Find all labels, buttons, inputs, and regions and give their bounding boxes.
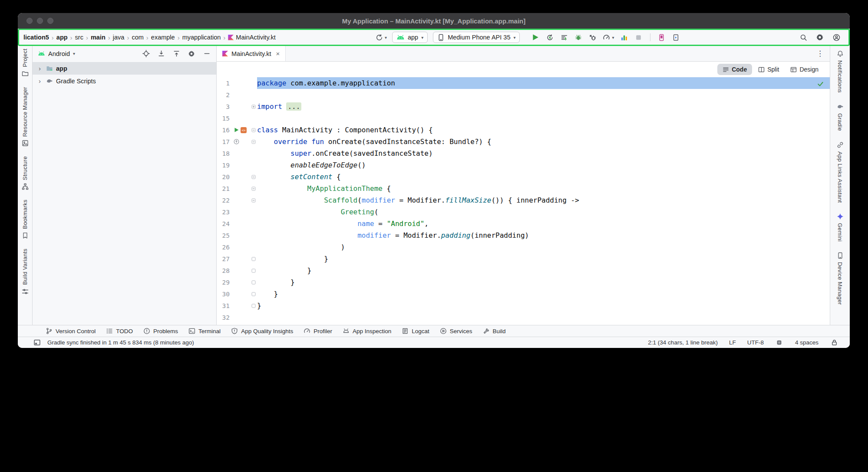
expand-chevron-icon[interactable]: ›: [39, 77, 43, 85]
profiler-low-overhead-icon[interactable]: [620, 33, 629, 42]
fold-marker[interactable]: [250, 269, 257, 273]
fold-marker[interactable]: [250, 140, 257, 144]
apply-changes-icon[interactable]: [545, 33, 554, 42]
tab-options-kebab-icon[interactable]: ⋮: [810, 49, 830, 58]
fold-marker[interactable]: [250, 280, 257, 285]
run-configuration-select[interactable]: app ▾: [392, 32, 428, 43]
tool-button-notifications[interactable]: Notifications: [837, 50, 844, 93]
breadcrumb-item-lication5[interactable]: lication5: [23, 34, 49, 41]
file-encoding[interactable]: UTF-8: [747, 339, 764, 346]
code-line-21[interactable]: 21 MyApplicationTheme {: [217, 183, 830, 194]
code-line-25[interactable]: 25 modifier = Modifier.padding(innerPadd…: [217, 229, 830, 241]
fold-end-icon[interactable]: [251, 269, 256, 273]
code-area[interactable]: 1package com.example.myapplication23impo…: [217, 77, 830, 323]
breadcrumb-item-myapplication[interactable]: myapplication: [182, 34, 221, 41]
fold-end-icon[interactable]: [251, 280, 256, 285]
breadcrumb-item-java[interactable]: java: [113, 34, 125, 41]
settings-gear-icon[interactable]: [815, 33, 824, 42]
tool-button-resource-manager[interactable]: Resource Manager: [22, 87, 29, 147]
fold-expand-icon[interactable]: [251, 105, 256, 109]
view-mode-split[interactable]: Split: [753, 64, 784, 75]
code-line-19[interactable]: 19 enableEdgeToEdge(): [217, 159, 830, 171]
minimize-window-button[interactable]: [37, 18, 43, 24]
code-line-28[interactable]: 28 }: [217, 265, 830, 276]
code-line-27[interactable]: 27 }: [217, 253, 830, 265]
tool-window-button-profiler[interactable]: Profiler: [304, 328, 332, 334]
tool-window-button-app-quality-insights[interactable]: App Quality Insights: [231, 328, 293, 334]
breadcrumb-item-example[interactable]: example: [151, 34, 175, 41]
code-line-15[interactable]: 15: [217, 112, 830, 124]
tool-window-button-app-inspection[interactable]: App Inspection: [343, 328, 391, 334]
attach-debugger-icon[interactable]: [588, 33, 597, 42]
fold-marker[interactable]: [250, 128, 257, 132]
editor-tab-mainactivity[interactable]: MainActivity.kt ×: [217, 46, 286, 61]
code-line-32[interactable]: 32: [217, 311, 830, 323]
inspections-ok-icon[interactable]: [817, 81, 824, 89]
close-tab-icon[interactable]: ×: [276, 50, 280, 57]
run-button[interactable]: [531, 33, 540, 42]
fold-collapse-icon[interactable]: [251, 128, 256, 132]
code-line-22[interactable]: 22 Scaffold(modifier = Modifier.fillMaxS…: [217, 194, 830, 206]
view-mode-design[interactable]: Design: [785, 64, 824, 75]
tool-button-app-links-assistant[interactable]: App Links Assistant: [837, 141, 844, 203]
code-line-1[interactable]: 1package com.example.myapplication: [217, 77, 830, 89]
tool-button-gradle[interactable]: Gradle: [837, 103, 844, 131]
code-line-20[interactable]: 20 setContent {: [217, 171, 830, 183]
code-line-3[interactable]: 3import ...: [217, 101, 830, 112]
collapse-all-icon[interactable]: [172, 49, 181, 58]
stop-button[interactable]: [634, 33, 643, 42]
code-line-31[interactable]: 31}: [217, 300, 830, 311]
account-icon[interactable]: [832, 33, 841, 42]
fold-collapse-icon[interactable]: [251, 198, 256, 203]
breadcrumb-item-src[interactable]: src: [75, 34, 83, 41]
indent-setting[interactable]: 4 spaces: [795, 339, 818, 346]
vcs-widget[interactable]: ▾: [376, 34, 387, 41]
zoom-window-button[interactable]: [47, 18, 53, 24]
code-line-29[interactable]: 29 }: [217, 276, 830, 288]
code-line-18[interactable]: 18 super.onCreate(savedInstanceState): [217, 148, 830, 159]
write-access-lock-icon[interactable]: [830, 338, 838, 347]
breadcrumb-item-main[interactable]: main: [91, 34, 106, 41]
tree-node-gradle-scripts[interactable]: ›Gradle Scripts: [33, 75, 216, 87]
profile-button[interactable]: ▾: [603, 34, 614, 41]
fold-marker[interactable]: [250, 198, 257, 203]
tool-window-layout-icon[interactable]: [33, 338, 41, 347]
running-devices-icon[interactable]: [657, 33, 666, 42]
compose-gutter-icon[interactable]: <>: [241, 127, 247, 133]
fold-marker[interactable]: [250, 175, 257, 179]
override-gutter-icon[interactable]: [234, 139, 239, 144]
expand-chevron-icon[interactable]: ›: [39, 65, 43, 72]
panel-options-gear-icon[interactable]: [187, 49, 196, 58]
code-line-17[interactable]: 17 override fun onCreate(savedInstanceSt…: [217, 136, 830, 148]
code-line-23[interactable]: 23 Greeting(: [217, 206, 830, 218]
tool-window-button-logcat[interactable]: Logcat: [402, 328, 429, 334]
code-line-30[interactable]: 30 }: [217, 288, 830, 300]
tool-window-button-problems[interactable]: Problems: [143, 328, 178, 334]
expand-all-icon[interactable]: [157, 49, 165, 58]
tree-node-app[interactable]: ›app: [33, 62, 216, 75]
tool-button-build-variants[interactable]: Build Variants: [22, 249, 29, 295]
fold-marker[interactable]: [250, 187, 257, 191]
search-icon[interactable]: [799, 33, 808, 42]
locate-file-icon[interactable]: [142, 49, 150, 58]
fold-marker[interactable]: [250, 105, 257, 109]
fold-end-icon[interactable]: [251, 304, 256, 308]
fold-marker[interactable]: [250, 304, 257, 308]
debug-button[interactable]: [574, 33, 583, 42]
apply-code-changes-icon[interactable]: [560, 33, 568, 42]
close-window-button[interactable]: [26, 18, 33, 24]
fold-collapse-icon[interactable]: [251, 187, 256, 191]
tool-window-button-terminal[interactable]: Terminal: [188, 328, 221, 334]
code-line-16[interactable]: 16<>class MainActivity : ComponentActivi…: [217, 124, 830, 136]
view-mode-code[interactable]: Code: [717, 64, 752, 75]
status-widget-icon[interactable]: [775, 338, 784, 347]
breadcrumb-item-com[interactable]: com: [132, 34, 143, 41]
tool-button-bookmarks[interactable]: Bookmarks: [22, 200, 29, 239]
run-gutter-icon[interactable]: [234, 127, 239, 133]
code-line-26[interactable]: 26 ): [217, 241, 830, 253]
fold-collapse-icon[interactable]: [251, 140, 256, 144]
device-select[interactable]: Medium Phone API 35 ▾: [433, 32, 520, 43]
fold-collapse-icon[interactable]: [251, 175, 256, 179]
tool-button-device-manager[interactable]: Device Manager: [837, 252, 844, 305]
tool-window-button-todo[interactable]: TODO: [106, 328, 133, 334]
